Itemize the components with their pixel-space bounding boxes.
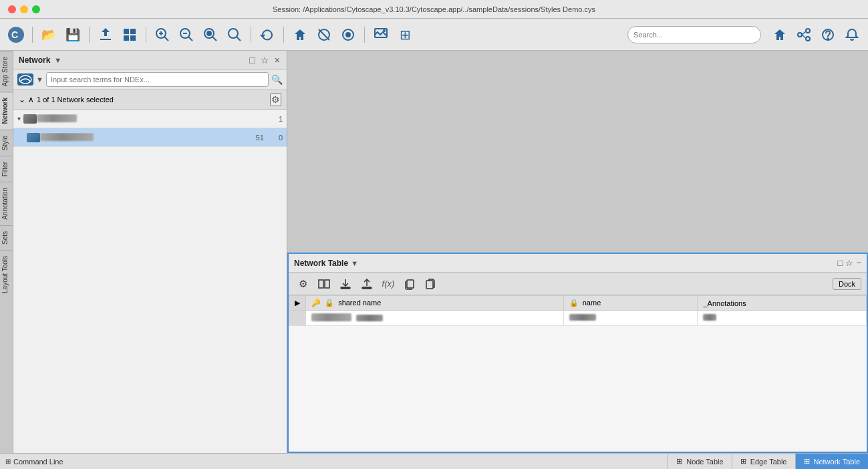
svg-rect-34 — [341, 287, 350, 289]
sidebar-tab-style[interactable]: Style — [0, 130, 13, 156]
svg-point-15 — [207, 31, 211, 35]
svg-rect-4 — [124, 35, 129, 41]
nt-pin-button[interactable]: ☆ — [845, 258, 853, 268]
svg-rect-3 — [130, 29, 136, 34]
maximize-button[interactable] — [32, 5, 40, 13]
window-controls — [8, 5, 40, 13]
close-button[interactable] — [8, 5, 16, 13]
nt-toolbar: ⚙ f(x) Dock — [289, 273, 867, 295]
td-shared-name-blur2 — [356, 315, 383, 321]
network-table-label: Network Table — [814, 458, 861, 466]
sidebar-tab-layout-tools[interactable]: Layout Tools — [0, 250, 13, 299]
nt-export-button[interactable] — [358, 275, 376, 293]
nt-restore-button[interactable]: □ — [838, 258, 843, 268]
zoom-in-button[interactable] — [152, 24, 173, 45]
th-name[interactable]: 🔒 name — [563, 296, 698, 311]
network-dropdown-button[interactable]: ▼ — [53, 56, 63, 64]
network-icon-button[interactable] — [793, 24, 815, 45]
grid-button[interactable]: ⊞ — [394, 24, 416, 45]
svg-point-30 — [827, 38, 829, 39]
nt-settings-button[interactable]: ⚙ — [294, 275, 311, 293]
network-row-parent[interactable]: ▾ 1 — [13, 110, 287, 128]
refresh-button[interactable] — [257, 24, 278, 45]
cytoscape-logo[interactable]: C — [5, 24, 27, 45]
hide-labels-button[interactable] — [313, 24, 335, 45]
network-panel-title: Network ▼ — [19, 55, 63, 65]
ndex-search-input[interactable] — [46, 72, 269, 87]
show-labels-button[interactable] — [337, 24, 359, 45]
th-shared-name[interactable]: 🔑 🔒 shared name — [306, 296, 564, 311]
th-arrow: ▶ — [289, 296, 306, 311]
td-annotations[interactable] — [698, 311, 867, 326]
th-annotations[interactable]: _Annotations — [698, 296, 867, 311]
node-table-label: Node Table — [686, 458, 723, 466]
svg-line-14 — [212, 37, 216, 41]
svg-line-28 — [802, 35, 806, 38]
main-toolbar: C 📂 💾 ⊞ — [0, 19, 868, 51]
nt-close-button[interactable]: − — [856, 258, 861, 268]
network-row-child[interactable]: 51 0 — [13, 128, 287, 147]
sidebar-tab-sets[interactable]: Sets — [0, 225, 13, 250]
status-bar: ⊞ Command Line ⊞ Node Table ⊞ Edge Table… — [0, 453, 868, 469]
svg-line-27 — [802, 31, 806, 35]
sidebar-tab-network[interactable]: Network — [0, 92, 13, 129]
zoom-out-button[interactable] — [176, 24, 197, 45]
collapse-button[interactable]: ⌄ — [19, 95, 25, 104]
export-image-button[interactable] — [370, 24, 392, 45]
network-table-tab[interactable]: ⊞ Network Table — [795, 454, 869, 470]
key-icon: 🔑 — [311, 299, 321, 307]
network-pin-button[interactable]: ☆ — [259, 55, 271, 65]
node-table-icon: ⊞ — [676, 457, 682, 466]
sidebar-tab-annotation[interactable]: Annotation — [0, 182, 13, 225]
table-row[interactable] — [289, 311, 867, 326]
nt-copy-button[interactable] — [401, 275, 418, 293]
nav-home-button[interactable] — [769, 24, 790, 45]
notification-button[interactable] — [841, 24, 863, 45]
nt-paste-button[interactable] — [422, 275, 440, 293]
network-settings-button[interactable]: ⚙ — [270, 93, 281, 106]
td-shared-name[interactable] — [306, 311, 564, 326]
status-right: ⊞ Node Table ⊞ Edge Table ⊞ Network Tabl… — [668, 454, 868, 470]
import-table-button[interactable] — [119, 24, 140, 45]
nt-formula-button[interactable]: f(x) — [380, 275, 397, 293]
edge-table-tab[interactable]: ⊞ Edge Table — [732, 454, 795, 470]
nt-dock-button[interactable]: Dock — [833, 278, 861, 290]
network-panel-controls: □ ☆ × — [248, 55, 281, 65]
network-row-name-child — [40, 133, 245, 142]
lock-icon-2: 🔒 — [569, 299, 579, 307]
network-close-button[interactable]: × — [273, 55, 281, 65]
sidebar-tab-app-store[interactable]: App Store — [0, 51, 13, 92]
nt-table[interactable]: ▶ 🔑 🔒 shared name 🔒 name _ — [289, 295, 867, 452]
blurred-name-2 — [40, 133, 94, 141]
zoom-fit-button[interactable] — [200, 24, 221, 45]
svg-point-23 — [383, 29, 386, 32]
open-button[interactable]: 📂 — [38, 24, 59, 45]
ndex-dropdown-button[interactable]: ▼ — [36, 75, 43, 84]
td-shared-name-blur — [311, 313, 351, 321]
minimize-button[interactable] — [20, 5, 28, 13]
nt-columns-button[interactable] — [315, 275, 333, 293]
ndex-search-button[interactable]: 🔍 — [271, 74, 283, 85]
network-restore-button[interactable]: □ — [248, 55, 256, 65]
svg-point-24 — [798, 33, 802, 37]
go-home-button[interactable] — [289, 24, 311, 45]
td-name[interactable] — [563, 311, 698, 326]
svg-point-21 — [346, 33, 350, 37]
toolbar-search — [627, 26, 761, 43]
help-button[interactable] — [817, 24, 839, 45]
expand-button[interactable]: ∧ — [28, 95, 34, 104]
sidebar-tab-filter[interactable]: Filter — [0, 156, 13, 182]
network-row-count-child: 51 — [248, 134, 264, 142]
zoom-selected-button[interactable] — [224, 24, 245, 45]
network-row-count-child-2: 0 — [267, 134, 283, 142]
side-tabs: App Store Network Style Filter Annotatio… — [0, 51, 13, 453]
nt-import-button[interactable] — [337, 275, 354, 293]
svg-point-25 — [806, 29, 810, 33]
svg-text:C: C — [11, 29, 18, 40]
separator-3 — [146, 27, 146, 43]
search-input[interactable] — [627, 26, 761, 43]
node-table-tab[interactable]: ⊞ Node Table — [668, 454, 731, 470]
import-network-button[interactable] — [95, 24, 116, 45]
save-button[interactable]: 💾 — [62, 24, 84, 45]
nt-dropdown-button[interactable]: ▼ — [351, 259, 358, 267]
